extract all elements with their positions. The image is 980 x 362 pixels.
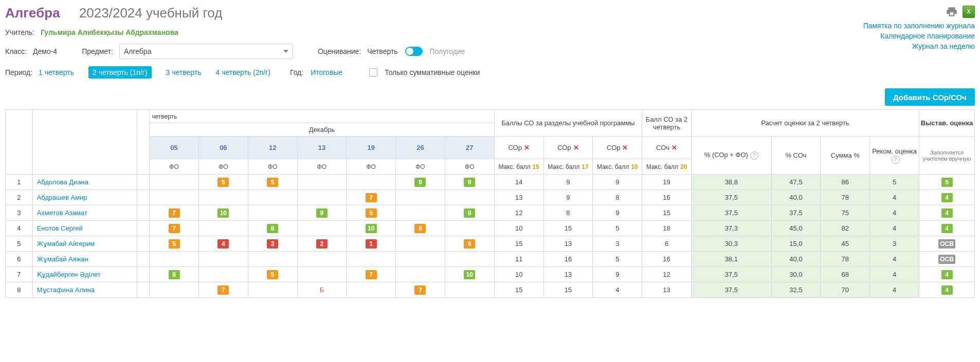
fo-cell[interactable]: 8 [150,267,199,282]
fo-cell[interactable]: 8 [445,205,494,221]
link-week[interactable]: Журнал за неделю [863,41,975,51]
day-05[interactable]: 05 [150,137,199,159]
soch-cell[interactable]: 18 [642,221,692,236]
fo-cell[interactable]: 2 [297,236,347,252]
fo-cell[interactable] [297,267,347,282]
sor-cell[interactable]: 16 [543,252,593,267]
student-name[interactable]: Абдрашев Амир [32,190,137,205]
sor-cell[interactable]: 13 [543,236,593,252]
period-1[interactable]: 1 четверть [39,68,74,77]
sor-2-hdr[interactable]: СОр✕ [543,137,593,159]
day-12[interactable]: 12 [248,137,297,159]
fo-cell[interactable] [248,205,297,221]
sor-cell[interactable]: 12 [494,205,543,221]
fo-cell[interactable] [198,267,248,282]
student-name[interactable]: Енотов Сергей [32,221,137,236]
grading-toggle[interactable] [405,47,423,56]
fo-cell[interactable] [297,252,347,267]
soch-hdr[interactable]: СОч✕ [642,137,692,159]
fo-cell[interactable] [150,190,199,205]
sor-cell[interactable]: 13 [494,190,543,205]
final-cell[interactable]: ОСВ [919,252,975,267]
sor-cell[interactable]: 4 [593,282,642,298]
fo-cell[interactable]: 5 [248,267,297,282]
period-2[interactable]: 2 четверть (1п/г) [88,66,152,79]
year-link[interactable]: Итоговые [311,68,342,77]
final-cell[interactable]: 4 [919,221,975,236]
period-4[interactable]: 4 четверть (2п/г) [215,68,270,77]
fo-cell[interactable]: 7 [198,282,248,298]
fo-cell[interactable]: 10 [347,221,396,236]
fo-cell[interactable] [445,282,494,298]
sor-cell[interactable]: 10 [494,267,543,282]
link-memo[interactable]: Памятка по заполнению журнала [863,21,975,31]
fo-cell[interactable]: 5 [248,175,297,190]
final-cell[interactable]: 4 [919,205,975,221]
final-cell[interactable]: ОСВ [919,236,975,252]
fo-cell[interactable] [198,221,248,236]
fo-cell[interactable]: 9 [297,205,347,221]
final-cell[interactable]: 4 [919,190,975,205]
sor-cell[interactable]: 5 [593,252,642,267]
sor-cell[interactable]: 8 [543,205,593,221]
sor-cell[interactable]: 15 [494,282,543,298]
day-26[interactable]: 26 [396,137,445,159]
fo-cell[interactable] [347,175,396,190]
fo-cell[interactable]: 8 [248,221,297,236]
sor-cell[interactable]: 15 [494,236,543,252]
fo-cell[interactable] [248,282,297,298]
day-06[interactable]: 06 [198,137,248,159]
fo-cell[interactable]: 3 [248,236,297,252]
soch-cell[interactable]: 16 [642,190,692,205]
student-name[interactable]: Абдолова Диана [32,175,137,190]
fo-cell[interactable] [445,221,494,236]
fo-cell[interactable] [150,252,199,267]
sor-cell[interactable]: 8 [593,190,642,205]
fo-cell[interactable]: 7 [347,267,396,282]
soch-cell[interactable]: 12 [642,267,692,282]
period-3[interactable]: 3 четверть [166,68,202,77]
fo-cell[interactable]: 7 [150,205,199,221]
fo-cell[interactable]: Б [297,282,347,298]
fo-cell[interactable] [347,252,396,267]
sor-cell[interactable]: 3 [593,236,642,252]
fo-cell[interactable]: 9 [396,175,445,190]
fo-cell[interactable]: 5 [198,175,248,190]
sor-cell[interactable]: 9 [593,205,642,221]
fo-cell[interactable]: 6 [396,221,445,236]
final-cell[interactable]: 4 [919,267,975,282]
fo-cell[interactable] [396,267,445,282]
fo-cell[interactable] [297,175,347,190]
only-sum-checkbox[interactable] [369,68,377,77]
fo-cell[interactable] [297,190,347,205]
print-icon[interactable] [945,5,958,18]
sor-3-hdr[interactable]: СОр✕ [593,137,642,159]
subject-select[interactable]: Алгебра [119,44,293,59]
sor-cell[interactable]: 5 [593,221,642,236]
fo-cell[interactable]: 5 [347,205,396,221]
sor-cell[interactable]: 15 [543,282,593,298]
sor-cell[interactable]: 9 [593,267,642,282]
fo-cell[interactable] [396,236,445,252]
fo-cell[interactable] [396,190,445,205]
sor-1-hdr[interactable]: СОр✕ [494,137,543,159]
fo-cell[interactable]: 7 [150,221,199,236]
add-sor-soch-button[interactable]: Добавить СОр/СОч [885,88,975,106]
excel-icon[interactable]: X [963,6,975,18]
final-cell[interactable]: 4 [919,282,975,298]
fo-cell[interactable] [396,205,445,221]
student-name[interactable]: Мұстафина Алина [32,282,137,298]
fo-cell[interactable] [445,252,494,267]
sor-cell[interactable]: 15 [543,221,593,236]
fo-cell[interactable]: 9 [445,175,494,190]
fo-cell[interactable] [248,190,297,205]
sor-cell[interactable]: 14 [494,175,543,190]
fo-cell[interactable]: 4 [198,236,248,252]
day-19[interactable]: 19 [347,137,396,159]
fo-cell[interactable] [150,175,199,190]
student-name[interactable]: Жұмабай Аяжан [32,252,137,267]
fo-cell[interactable]: 10 [198,205,248,221]
soch-cell[interactable]: 6 [642,236,692,252]
fo-cell[interactable]: 7 [396,282,445,298]
final-cell[interactable]: 5 [919,175,975,190]
